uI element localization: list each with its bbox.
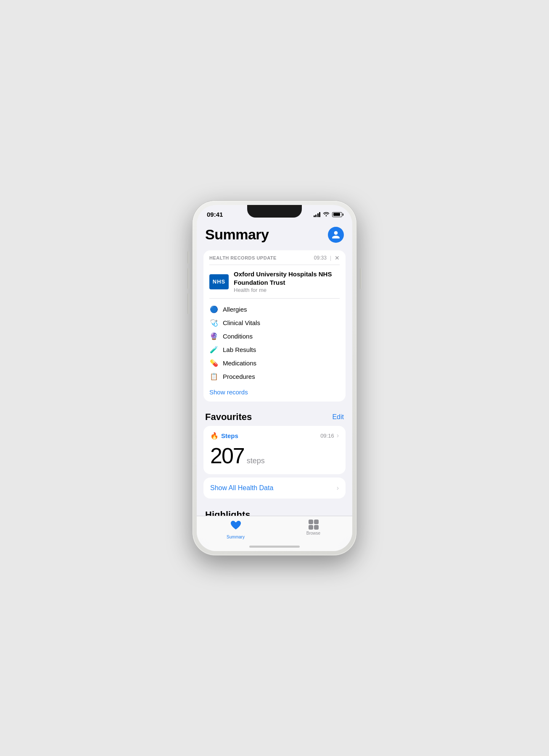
cat-label-procedures: Procedures (223, 373, 255, 380)
tab-summary-label: Summary (227, 535, 245, 539)
cat-icon-clinical-vitals: 🩺 (209, 318, 219, 328)
steps-time: 09:16 (320, 433, 334, 439)
health-records-card: HEALTH RECORDS UPDATE 09:33 | ✕ NHS Oxfo… (203, 250, 346, 402)
volume-up (187, 251, 189, 264)
wifi-icon (323, 211, 330, 218)
show-records-link[interactable]: Show records (203, 386, 346, 402)
close-button[interactable]: ✕ (335, 255, 340, 261)
phone-frame: 09:41 (193, 201, 356, 555)
steps-unit: steps (247, 457, 265, 465)
cat-label-lab-results: Lab Results (223, 346, 256, 353)
screen-content[interactable]: Summary HEALTH RECORDS UPDATE 09:33 | ✕ (197, 220, 352, 516)
fav-header-row: 🔥 Steps 09:16 › (210, 432, 339, 440)
nhs-logo-text: NHS (213, 278, 225, 285)
edit-button[interactable]: Edit (332, 413, 344, 421)
volume-buttons (187, 251, 189, 314)
cat-label-conditions: Conditions (223, 333, 253, 340)
status-time: 09:41 (207, 211, 223, 218)
show-all-card[interactable]: Show All Health Data › (203, 478, 346, 499)
highlights-section-header: Highlights (197, 502, 352, 517)
page-title: Summary (205, 226, 269, 243)
cat-item-clinical-vitals[interactable]: 🩺 Clinical Vitals (209, 316, 340, 330)
cat-label-medications: Medications (223, 360, 256, 367)
notch (247, 205, 302, 218)
cat-icon-procedures: 📋 (209, 372, 219, 381)
cat-label-allergies: Allergies (223, 306, 247, 313)
tab-browse-label: Browse (306, 531, 320, 536)
cat-item-lab-results[interactable]: 🧪 Lab Results (209, 343, 340, 357)
provider-info: Oxford University Hospitals NHS Foundati… (234, 270, 340, 293)
cat-icon-medications: 💊 (209, 359, 219, 368)
fav-value-row: 207 steps (210, 443, 339, 468)
cat-label-clinical-vitals: Clinical Vitals (223, 319, 260, 326)
highlights-title: Highlights (205, 509, 251, 517)
separator: | (330, 255, 331, 261)
show-all-chevron-icon: › (337, 484, 339, 492)
page-header: Summary (197, 220, 352, 248)
steps-label: Steps (221, 432, 238, 439)
health-records-label: HEALTH RECORDS UPDATE (209, 255, 277, 260)
cat-item-medications[interactable]: 💊 Medications (209, 357, 340, 370)
fav-time-row: 09:16 › (320, 432, 339, 439)
cat-icon-conditions: 🔮 (209, 332, 219, 341)
summary-heart-icon (230, 520, 242, 533)
volume-down (187, 268, 189, 289)
home-indicator (249, 546, 300, 548)
cat-item-conditions[interactable]: 🔮 Conditions (209, 330, 340, 343)
card-header-bar: HEALTH RECORDS UPDATE 09:33 | ✕ (203, 250, 346, 265)
tab-browse[interactable]: Browse (274, 520, 352, 536)
show-all-label: Show All Health Data (210, 484, 273, 492)
phone-screen: 09:41 (197, 205, 352, 551)
fav-title-row: 🔥 Steps (210, 432, 238, 440)
provider-row: NHS Oxford University Hospitals NHS Foun… (203, 265, 346, 298)
health-records-time: 09:33 (314, 255, 327, 261)
cat-item-procedures[interactable]: 📋 Procedures (209, 370, 340, 383)
steps-value: 207 (210, 443, 244, 468)
favourites-section-header: Favourites Edit (197, 404, 352, 426)
nhs-logo: NHS (209, 274, 229, 289)
card-header-right: 09:33 | ✕ (314, 255, 340, 261)
favourites-card[interactable]: 🔥 Steps 09:16 › 207 steps (203, 426, 346, 474)
power-btn (360, 268, 362, 289)
cat-icon-lab-results: 🧪 (209, 345, 219, 354)
health-categories: 🔵 Allergies 🩺 Clinical Vitals 🔮 Conditio… (203, 299, 346, 386)
profile-button[interactable] (328, 227, 344, 243)
power-button (360, 268, 362, 289)
tab-summary[interactable]: Summary (197, 520, 274, 539)
profile-icon (331, 230, 340, 239)
cat-icon-allergies: 🔵 (209, 305, 219, 314)
steps-flame-icon: 🔥 (210, 432, 219, 440)
provider-name: Oxford University Hospitals NHS Foundati… (234, 270, 340, 286)
browse-grid-icon (309, 520, 319, 530)
cat-item-allergies[interactable]: 🔵 Allergies (209, 303, 340, 316)
battery-icon (332, 212, 342, 217)
volume-down-2 (187, 293, 189, 314)
favourites-title: Favourites (205, 412, 252, 423)
signal-icon (314, 212, 321, 217)
chevron-right-icon: › (337, 432, 339, 439)
provider-sub: Health for me (234, 287, 340, 293)
status-icons (314, 211, 343, 218)
